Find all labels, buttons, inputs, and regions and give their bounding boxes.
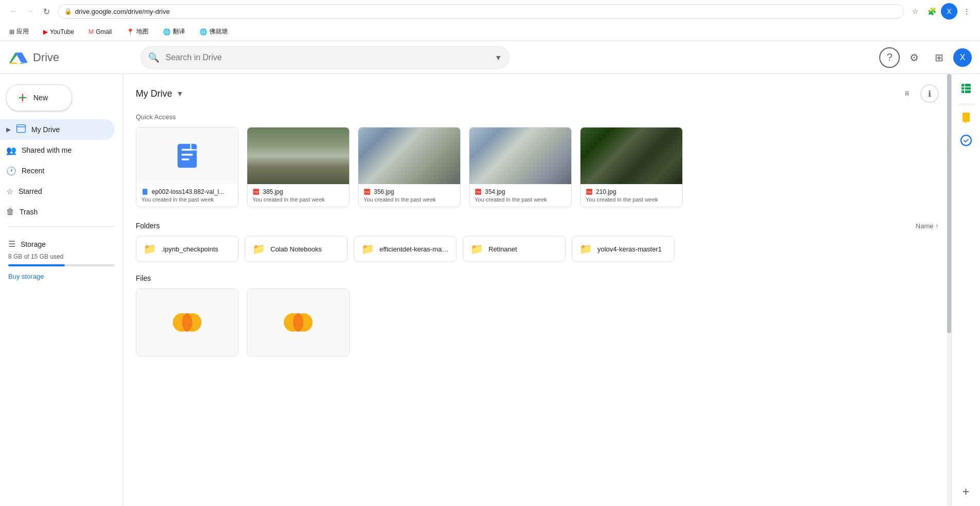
right-panel-keep-button[interactable] bbox=[956, 107, 976, 128]
forward-button[interactable]: → bbox=[23, 4, 37, 19]
page-title: My Drive bbox=[136, 88, 172, 99]
image-icon-3: img bbox=[475, 188, 482, 195]
svg-point-19 bbox=[293, 313, 303, 332]
card-date-2: You created in the past week bbox=[364, 196, 455, 203]
quick-access-card-0[interactable]: ep002-loss143.882-val_l... You created i… bbox=[136, 127, 239, 207]
info-button[interactable]: ℹ bbox=[920, 84, 939, 103]
svg-point-16 bbox=[182, 313, 192, 332]
quick-access-card-3[interactable]: img 354.jpg You created in the past week bbox=[469, 127, 572, 207]
card-preview-0 bbox=[136, 128, 238, 184]
quick-access-card-1[interactable]: img 385.jpg You created in the past week bbox=[247, 127, 350, 207]
bookmark-gmail[interactable]: M Gmail bbox=[85, 27, 115, 37]
maps-icon: 📍 bbox=[126, 28, 134, 35]
right-panel-sheets-icon[interactable] bbox=[956, 78, 976, 99]
expand-arrow-icon: ▶ bbox=[6, 126, 11, 133]
sidebar-item-shared[interactable]: 👥 Shared with me bbox=[0, 140, 115, 160]
browser-profile-avatar[interactable]: X bbox=[941, 3, 957, 20]
new-button-container: New bbox=[6, 84, 115, 111]
sort-arrow-icon: ↑ bbox=[936, 222, 939, 230]
extensions-button[interactable]: 🧩 bbox=[924, 4, 939, 19]
nav-buttons: ← → ↻ bbox=[6, 4, 53, 19]
folder-card-1[interactable]: 📁 Colab Notebooks bbox=[245, 236, 348, 262]
new-plus-icon bbox=[17, 92, 28, 103]
buy-storage-button[interactable]: Buy storage bbox=[8, 273, 44, 280]
card-preview-4 bbox=[580, 128, 682, 184]
globe-icon: 🌐 bbox=[199, 28, 207, 35]
folder-card-4[interactable]: 📁 yolov4-keras-master1 bbox=[572, 236, 675, 262]
quick-access-card-4[interactable]: img 210.jpg You created in the past week bbox=[580, 127, 683, 207]
help-button[interactable]: ? bbox=[879, 47, 900, 68]
svg-rect-3 bbox=[17, 125, 26, 133]
card-name-4: img 210.jpg bbox=[586, 188, 677, 195]
card-date-4: You created in the past week bbox=[586, 196, 677, 203]
card-preview-2 bbox=[358, 128, 460, 184]
card-date-0: You created in the past week bbox=[141, 196, 233, 203]
app-logo: Drive bbox=[8, 49, 132, 66]
search-dropdown-icon[interactable]: ▼ bbox=[495, 53, 502, 62]
header-actions: ? ⚙ ⊞ X bbox=[879, 47, 972, 68]
folders-title: Folders bbox=[136, 222, 160, 230]
sidebar-item-trash-label: Trash bbox=[20, 208, 38, 216]
sidebar-item-starred-label: Starred bbox=[19, 187, 42, 195]
file-card-0[interactable] bbox=[136, 288, 239, 356]
sidebar-item-recent[interactable]: 🕐 Recent bbox=[0, 160, 115, 181]
bookmark-youtube[interactable]: ▶ YouTube bbox=[40, 27, 77, 37]
sort-control[interactable]: Name ↑ bbox=[916, 222, 939, 230]
card-info-2: img 356.jpg You created in the past week bbox=[358, 184, 460, 207]
sidebar-nav: ▶ My Drive 👥 Shared with me 🕐 Recent ☆ S… bbox=[0, 119, 123, 222]
storage-used-text: 8 GB of 15 GB used bbox=[8, 253, 115, 260]
lock-icon: 🔒 bbox=[64, 8, 72, 15]
address-bar[interactable]: 🔒 drive.google.com/drive/my-drive bbox=[58, 4, 904, 19]
settings-button[interactable]: ⚙ bbox=[904, 47, 924, 68]
clock-icon: 🕐 bbox=[6, 166, 16, 176]
svg-text:img: img bbox=[253, 190, 258, 193]
bookmark-translate[interactable]: 🌐 翻译 bbox=[160, 26, 188, 37]
svg-text:img: img bbox=[365, 190, 369, 193]
main-content: My Drive ▼ ≡ ℹ Quick Access bbox=[123, 74, 951, 506]
title-dropdown-icon[interactable]: ▼ bbox=[176, 89, 184, 98]
list-view-button[interactable]: ≡ bbox=[898, 84, 916, 103]
bookmark-maps[interactable]: 📍 地图 bbox=[123, 26, 152, 37]
folder-card-0[interactable]: 📁 .ipynb_checkpoints bbox=[136, 236, 239, 262]
new-button[interactable]: New bbox=[6, 84, 72, 111]
folders-header: Folders Name ↑ bbox=[136, 222, 939, 230]
sidebar-item-mydrive-label: My Drive bbox=[31, 125, 60, 134]
sidebar-item-mydrive[interactable]: ▶ My Drive bbox=[0, 119, 115, 140]
bookmark-custom[interactable]: 🌐 佛就塘 bbox=[196, 26, 231, 37]
sidebar-item-trash[interactable]: 🗑 Trash bbox=[0, 202, 115, 222]
translate-icon: 🌐 bbox=[163, 28, 171, 35]
quick-access-card-2[interactable]: img 356.jpg You created in the past week bbox=[358, 127, 461, 207]
sidebar-item-shared-label: Shared with me bbox=[22, 146, 71, 154]
search-input[interactable] bbox=[166, 53, 488, 62]
doc-file-icon bbox=[173, 141, 202, 170]
folder-card-2[interactable]: 📁 efficientdet-keras-mas... bbox=[354, 236, 457, 262]
refresh-button[interactable]: ↻ bbox=[39, 4, 53, 19]
bookmark-translate-label: 翻译 bbox=[173, 27, 185, 36]
quick-access-title: Quick Access bbox=[136, 113, 939, 121]
people-icon: 👥 bbox=[6, 146, 16, 155]
card-preview-3 bbox=[469, 128, 571, 184]
right-panel-tasks-button[interactable] bbox=[956, 130, 976, 151]
right-panel-add-button[interactable]: + bbox=[956, 481, 976, 502]
svg-rect-4 bbox=[177, 144, 196, 168]
star-icon: ☆ bbox=[6, 187, 13, 196]
bookmarks-bar: ⊞ 应用 ▶ YouTube M Gmail 📍 地图 🌐 翻译 🌐 佛就塘 bbox=[0, 23, 980, 41]
folder-card-3[interactable]: 📁 Retinanet bbox=[463, 236, 566, 262]
file-card-1[interactable] bbox=[247, 288, 350, 356]
bookmark-apps[interactable]: ⊞ 应用 bbox=[6, 26, 32, 37]
colab-logo-1 bbox=[282, 310, 315, 335]
sidebar-item-recent-label: Recent bbox=[22, 167, 44, 175]
search-input-wrapper[interactable]: 🔍 ▼ bbox=[140, 46, 510, 69]
svg-text:img: img bbox=[587, 190, 591, 193]
sidebar-item-starred[interactable]: ☆ Starred bbox=[0, 181, 115, 202]
back-button[interactable]: ← bbox=[6, 4, 21, 19]
sort-label: Name bbox=[916, 222, 934, 230]
user-avatar[interactable]: X bbox=[953, 48, 972, 67]
scrollbar-thumb[interactable] bbox=[947, 74, 951, 333]
bookmark-button[interactable]: ☆ bbox=[908, 4, 922, 19]
right-panel-divider bbox=[958, 104, 974, 104]
apps-grid-button[interactable]: ⊞ bbox=[929, 47, 949, 68]
menu-button[interactable]: ⋮ bbox=[959, 4, 974, 19]
right-panel: + bbox=[951, 74, 980, 506]
files-grid bbox=[136, 288, 939, 356]
